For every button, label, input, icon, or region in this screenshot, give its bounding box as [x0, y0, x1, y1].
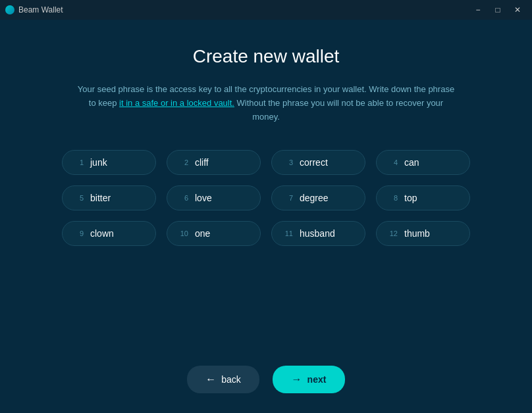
seed-word-item: 5 bitter: [62, 185, 156, 210]
app-title: Beam Wallet: [18, 5, 63, 14]
close-button[interactable]: ✕: [508, 3, 527, 16]
seed-word-item: 4 can: [376, 150, 470, 175]
main-content: Create new wallet Your seed phrase is th…: [0, 20, 532, 413]
maximize-button[interactable]: □: [489, 3, 507, 16]
seed-number: 12: [387, 230, 398, 237]
seed-word: love: [195, 193, 212, 203]
seed-word-item: 8 top: [376, 185, 470, 210]
seed-word: husband: [300, 228, 335, 239]
title-bar-left: Beam Wallet: [5, 5, 63, 14]
seed-number: 4: [387, 158, 398, 166]
next-button-label: next: [307, 374, 327, 385]
seed-number: 7: [282, 194, 293, 202]
seed-word: one: [195, 228, 210, 239]
seed-word: correct: [300, 157, 328, 168]
button-row: ← back → next: [187, 366, 345, 393]
seed-word-item: 10 one: [167, 221, 261, 246]
seed-word-item: 6 love: [167, 185, 261, 210]
seed-word: thumb: [404, 228, 430, 239]
seed-number: 9: [73, 230, 84, 237]
seed-word-item: 2 cliff: [167, 150, 261, 175]
description-text: Your seed phrase is the access key to al…: [75, 83, 457, 124]
seed-word: junk: [90, 157, 107, 168]
next-button[interactable]: → next: [273, 366, 345, 393]
seed-number: 5: [73, 194, 84, 202]
seed-word-item: 9 clown: [62, 221, 156, 246]
back-arrow-icon: ←: [205, 374, 216, 385]
seed-number: 2: [178, 158, 188, 166]
seed-number: 8: [387, 194, 398, 202]
seed-word: bitter: [90, 193, 111, 203]
window-controls: − □ ✕: [469, 3, 527, 16]
seed-number: 11: [282, 230, 293, 237]
highlight-text: it in a safe or in a locked vault.: [119, 98, 234, 108]
next-arrow-icon: →: [292, 374, 302, 385]
seed-word-item: 12 thumb: [376, 221, 470, 246]
seed-word-item: 3 correct: [271, 150, 365, 175]
app-logo-icon: [5, 5, 14, 14]
seed-word-item: 11 husband: [271, 221, 365, 246]
seed-word: top: [404, 193, 417, 203]
back-button[interactable]: ← back: [187, 366, 259, 393]
seed-word-item: 1 junk: [62, 150, 156, 175]
seed-number: 3: [282, 158, 293, 166]
seed-word: clown: [90, 228, 114, 239]
seed-number: 1: [73, 158, 84, 166]
seed-word-item: 7 degree: [271, 185, 365, 210]
seed-phrase-grid: 1 junk 2 cliff 3 correct 4 can 5 bitter …: [62, 150, 470, 246]
seed-number: 6: [178, 194, 188, 202]
minimize-button[interactable]: −: [469, 3, 487, 16]
seed-number: 10: [178, 230, 188, 237]
seed-word: can: [404, 157, 419, 168]
seed-word: degree: [300, 193, 329, 203]
seed-word: cliff: [195, 157, 209, 168]
title-bar: Beam Wallet − □ ✕: [0, 0, 532, 20]
page-title: Create new wallet: [193, 46, 340, 67]
back-button-label: back: [221, 374, 241, 385]
